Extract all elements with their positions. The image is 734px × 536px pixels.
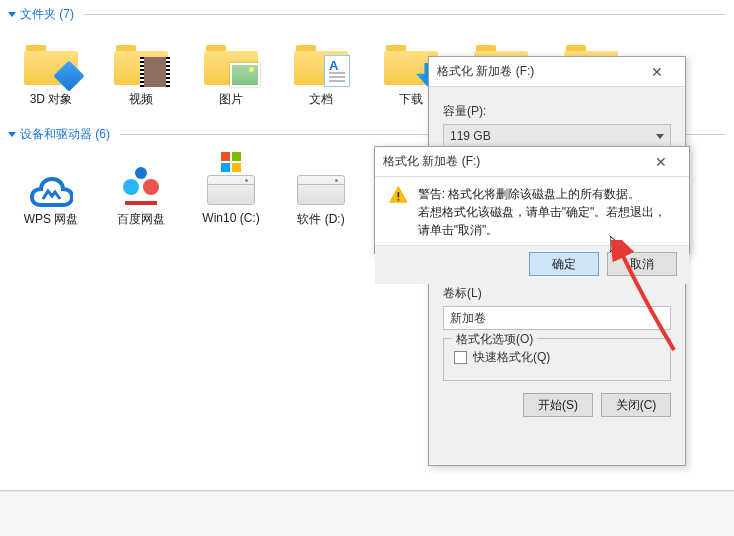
svg-rect-7 xyxy=(398,192,400,197)
svg-rect-5 xyxy=(221,163,230,172)
folder-label: 图片 xyxy=(219,91,243,108)
section-folders-header[interactable]: 文件夹 (7) xyxy=(0,0,734,25)
drive-icon xyxy=(199,157,263,205)
drive-c[interactable]: Win10 (C:) xyxy=(186,153,276,236)
folder-label: 3D 对象 xyxy=(30,91,73,108)
chevron-down-icon xyxy=(656,134,664,139)
drive-label: Win10 (C:) xyxy=(202,211,259,225)
cancel-button[interactable]: 取消 xyxy=(607,252,677,276)
confirm-dialog-title: 格式化 新加卷 (F:) xyxy=(383,153,641,170)
folder-label: 文档 xyxy=(309,91,333,108)
close-icon[interactable]: ✕ xyxy=(641,154,681,170)
checkbox-icon xyxy=(454,351,467,364)
capacity-dropdown[interactable]: 119 GB xyxy=(443,124,671,148)
folder-icon xyxy=(199,37,263,85)
quick-format-label: 快速格式化(Q) xyxy=(473,349,550,366)
format-options-group: 格式化选项(O) 快速格式化(Q) xyxy=(443,338,671,381)
drive-label: WPS 网盘 xyxy=(24,211,79,228)
drive-wps[interactable]: WPS 网盘 xyxy=(6,153,96,236)
volume-label-label: 卷标(L) xyxy=(443,285,671,302)
svg-point-1 xyxy=(123,179,139,195)
quick-format-checkbox[interactable]: 快速格式化(Q) xyxy=(454,349,660,366)
drive-icon xyxy=(289,157,353,205)
svg-rect-3 xyxy=(221,152,230,161)
chevron-down-icon xyxy=(8,12,16,17)
confirm-dialog: 格式化 新加卷 (F:) ✕ 警告: 格式化将删除该磁盘上的所有数据。 若想格式… xyxy=(374,146,690,254)
svg-point-2 xyxy=(143,179,159,195)
folder-documents[interactable]: 文档 xyxy=(276,33,366,116)
ok-button[interactable]: 确定 xyxy=(529,252,599,276)
format-dialog-titlebar[interactable]: 格式化 新加卷 (F:) ✕ xyxy=(429,57,685,87)
folder-icon xyxy=(289,37,353,85)
close-button[interactable]: 关闭(C) xyxy=(601,393,671,417)
close-icon[interactable]: ✕ xyxy=(637,64,677,80)
folder-3d-objects[interactable]: 3D 对象 xyxy=(6,33,96,116)
svg-rect-4 xyxy=(232,152,241,161)
format-options-legend: 格式化选项(O) xyxy=(452,331,537,348)
warning-line2: 若想格式化该磁盘，请单击"确定"。若想退出，请单击"取消"。 xyxy=(418,203,675,239)
chevron-down-icon xyxy=(8,132,16,137)
folder-pictures[interactable]: 图片 xyxy=(186,33,276,116)
volume-label-input[interactable]: 新加卷 xyxy=(443,306,671,330)
svg-point-0 xyxy=(135,167,147,179)
divider xyxy=(84,14,726,15)
svg-rect-8 xyxy=(398,199,400,201)
drive-d[interactable]: 软件 (D:) xyxy=(276,153,366,236)
drive-label: 软件 (D:) xyxy=(297,211,344,228)
drive-label: 百度网盘 xyxy=(117,211,165,228)
folder-icon xyxy=(109,37,173,85)
warning-icon xyxy=(389,185,408,209)
start-button[interactable]: 开始(S) xyxy=(523,393,593,417)
baidu-icon xyxy=(109,157,173,205)
folder-label: 下载 xyxy=(399,91,423,108)
volume-label-value: 新加卷 xyxy=(450,310,486,327)
folder-videos[interactable]: 视频 xyxy=(96,33,186,116)
svg-rect-6 xyxy=(232,163,241,172)
section-devices-title: 设备和驱动器 (6) xyxy=(20,126,110,143)
warning-text: 警告: 格式化将删除该磁盘上的所有数据。 若想格式化该磁盘，请单击"确定"。若想… xyxy=(418,185,675,239)
confirm-dialog-titlebar[interactable]: 格式化 新加卷 (F:) ✕ xyxy=(375,147,689,177)
capacity-value: 119 GB xyxy=(450,129,491,143)
folder-icon xyxy=(19,37,83,85)
drive-baidu[interactable]: 百度网盘 xyxy=(96,153,186,236)
capacity-label: 容量(P): xyxy=(443,103,671,120)
status-bar xyxy=(0,490,734,536)
warning-line1: 警告: 格式化将删除该磁盘上的所有数据。 xyxy=(418,185,675,203)
folder-label: 视频 xyxy=(129,91,153,108)
wps-cloud-icon xyxy=(19,157,83,205)
format-dialog-title: 格式化 新加卷 (F:) xyxy=(437,63,637,80)
section-folders-title: 文件夹 (7) xyxy=(20,6,74,23)
